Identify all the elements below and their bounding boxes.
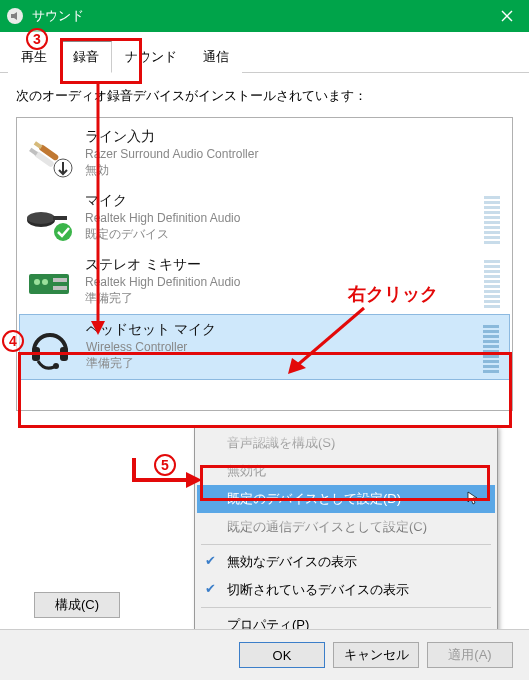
- sound-icon: [6, 7, 24, 25]
- svg-point-12: [42, 279, 48, 285]
- device-row-headset-mic[interactable]: ヘッドセット マイク Wireless Controller 準備完了: [19, 314, 510, 380]
- cancel-button[interactable]: キャンセル: [333, 642, 419, 668]
- intro-text: 次のオーディオ録音デバイスがインストールされています：: [16, 87, 513, 105]
- device-status: 無効: [85, 162, 506, 178]
- titlebar: サウンド: [0, 0, 529, 32]
- tab-communications[interactable]: 通信: [190, 41, 242, 73]
- svg-rect-8: [53, 216, 67, 220]
- tab-bar: 再生 録音 ナウンド 通信: [0, 32, 529, 73]
- separator: [201, 607, 491, 608]
- device-status: 準備完了: [85, 290, 478, 306]
- apply-button[interactable]: 適用(A): [427, 642, 513, 668]
- device-name: マイク: [85, 192, 478, 210]
- svg-point-7: [27, 212, 55, 224]
- close-button[interactable]: [485, 0, 529, 32]
- device-name: ステレオ ミキサー: [85, 256, 478, 274]
- ctx-set-default[interactable]: 既定のデバイスとして設定(D): [197, 485, 495, 513]
- device-controller: Realtek High Definition Audio: [85, 210, 478, 226]
- tab-recording[interactable]: 録音: [60, 41, 112, 73]
- device-name: ヘッドセット マイク: [86, 321, 477, 339]
- tab-sounds[interactable]: ナウンド: [112, 41, 190, 73]
- device-name: ライン入力: [85, 128, 506, 146]
- level-meter: [484, 192, 500, 244]
- tab-playback[interactable]: 再生: [8, 41, 60, 73]
- svg-rect-15: [32, 347, 40, 361]
- device-row-line-in[interactable]: ライン入力 Razer Surround Audio Controller 無効: [19, 122, 510, 186]
- device-controller: Razer Surround Audio Controller: [85, 146, 506, 162]
- ok-button[interactable]: OK: [239, 642, 325, 668]
- separator: [201, 544, 491, 545]
- annotation-arrow-l: [124, 456, 204, 496]
- dialog-buttons: OK キャンセル 適用(A): [0, 629, 529, 680]
- device-status: 既定のデバイス: [85, 226, 478, 242]
- svg-rect-16: [60, 347, 68, 361]
- ctx-configure-speech[interactable]: 音声認識を構成(S): [197, 429, 495, 457]
- ctx-disable[interactable]: 無効化: [197, 457, 495, 485]
- ctx-show-disconnected[interactable]: 切断されているデバイスの表示: [197, 576, 495, 604]
- context-menu: 音声認識を構成(S) 無効化 既定のデバイスとして設定(D) 既定の通信デバイス…: [194, 426, 498, 642]
- ctx-set-comm[interactable]: 既定の通信デバイスとして設定(C): [197, 513, 495, 541]
- device-row-mic[interactable]: マイク Realtek High Definition Audio 既定のデバイ…: [19, 186, 510, 250]
- device-row-stereo-mix[interactable]: ステレオ ミキサー Realtek High Definition Audio …: [19, 250, 510, 314]
- cursor-icon: [467, 491, 481, 505]
- ctx-show-disabled[interactable]: 無効なデバイスの表示: [197, 548, 495, 576]
- line-in-icon: [23, 128, 75, 180]
- level-meter: [484, 256, 500, 308]
- window-title: サウンド: [32, 7, 523, 25]
- annotation-5: 5: [154, 454, 176, 476]
- device-list: ライン入力 Razer Surround Audio Controller 無効…: [16, 117, 513, 411]
- svg-rect-14: [53, 286, 67, 290]
- soundcard-icon: [23, 256, 75, 308]
- svg-point-9: [54, 223, 72, 241]
- device-controller: Realtek High Definition Audio: [85, 274, 478, 290]
- mic-icon: [23, 192, 75, 244]
- device-controller: Wireless Controller: [86, 339, 477, 355]
- svg-point-17: [53, 363, 59, 369]
- configure-button[interactable]: 構成(C): [34, 592, 120, 618]
- svg-rect-13: [53, 278, 67, 282]
- svg-point-11: [34, 279, 40, 285]
- level-meter: [483, 321, 499, 373]
- device-status: 準備完了: [86, 355, 477, 371]
- ctx-set-default-label: 既定のデバイスとして設定(D): [227, 491, 401, 506]
- headset-icon: [24, 321, 76, 373]
